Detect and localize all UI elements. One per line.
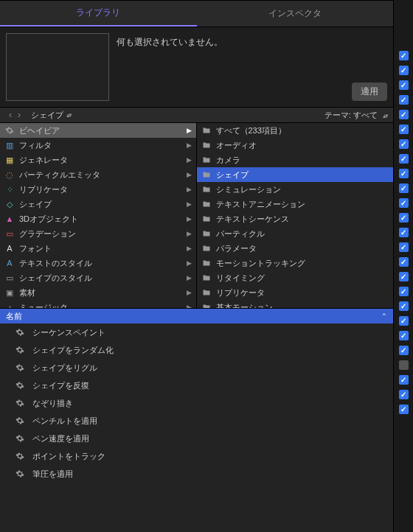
tab-library[interactable]: ライブラリ — [0, 1, 197, 27]
folder-icon — [201, 287, 212, 298]
item-label: 筆圧を適用 — [32, 469, 73, 480]
visibility-checkbox-24[interactable] — [399, 405, 409, 414]
visibility-checkbox-9[interactable] — [399, 183, 409, 193]
visibility-checkbox-7[interactable] — [399, 154, 409, 164]
item-label: ポイントをトラック — [32, 451, 105, 462]
gear-icon — [15, 380, 25, 391]
visibility-checkbox-23[interactable] — [399, 390, 409, 399]
category-row-8[interactable]: Aフォント▶ — [0, 241, 196, 256]
subcategory-row-5[interactable]: テキストアニメーション — [197, 197, 394, 211]
list-item[interactable]: 筆圧を適用 — [0, 465, 393, 483]
category-row-12[interactable]: ♪ミュージック▶ — [0, 300, 196, 308]
visibility-checkbox-20[interactable] — [399, 346, 409, 355]
theme-selector[interactable]: テーマ: すべて ▴▾ — [324, 110, 387, 121]
list-item[interactable]: ペンチルトを適用 — [0, 412, 393, 430]
subcategory-label: パーティクル — [216, 228, 265, 239]
visibility-checkbox-12[interactable] — [399, 228, 409, 237]
subcategory-row-2[interactable]: カメラ — [197, 153, 394, 167]
visibility-checkbox-4[interactable] — [399, 110, 409, 119]
subcategory-label: オーディオ — [216, 140, 257, 151]
visibility-checkbox-17[interactable] — [399, 301, 409, 311]
category-icon: ▲ — [4, 214, 15, 224]
list-item[interactable]: ポイントをトラック — [0, 447, 393, 465]
category-row-9[interactable]: Aテキストのスタイル▶ — [0, 256, 196, 270]
visibility-checkbox-22[interactable] — [399, 375, 409, 385]
list-item[interactable]: シェイプをリグル — [0, 359, 393, 377]
visibility-checkbox-21[interactable] — [399, 360, 409, 370]
gear-icon — [15, 451, 25, 461]
category-row-5[interactable]: ◇シェイプ▶ — [0, 197, 196, 211]
category-icon: ▣ — [4, 287, 15, 298]
category-label: テキストのスタイル — [19, 258, 92, 269]
visibility-checkbox-13[interactable] — [399, 242, 409, 252]
name-header-label: 名前 — [6, 311, 22, 322]
visibility-checkbox-11[interactable] — [399, 213, 409, 223]
category-row-10[interactable]: ▭シェイプのスタイル▶ — [0, 270, 196, 285]
subcategory-label: リプリケータ — [216, 287, 265, 298]
list-item[interactable]: シーケンスペイント — [0, 323, 393, 341]
subcategory-row-9[interactable]: モーショントラッキング — [197, 256, 394, 270]
visibility-checkbox-14[interactable] — [399, 257, 409, 267]
subcategory-row-0[interactable]: すべて（233項目） — [197, 123, 394, 138]
category-row-6[interactable]: ▲3Dオブジェクト▶ — [0, 211, 196, 226]
category-row-11[interactable]: ▣素材▶ — [0, 285, 196, 300]
category-row-0[interactable]: ビヘイビア▶ — [0, 123, 196, 138]
visibility-checkbox-8[interactable] — [399, 169, 409, 178]
visibility-checkbox-15[interactable] — [399, 272, 409, 281]
subcategory-row-3[interactable]: シェイプ — [197, 167, 394, 182]
visibility-checkbox-2[interactable] — [399, 80, 409, 90]
subcategory-row-12[interactable]: 基本モーション — [197, 300, 394, 308]
category-label: ジェネレータ — [19, 155, 68, 166]
category-row-4[interactable]: ⁘リプリケータ▶ — [0, 182, 196, 197]
category-icon: ◌ — [4, 169, 15, 180]
chevron-right-icon: ▶ — [187, 230, 192, 237]
chevron-right-icon: ▶ — [187, 141, 192, 149]
list-item[interactable]: なぞり描き — [0, 394, 393, 412]
chevron-right-icon: ▶ — [187, 259, 192, 267]
folder-icon — [201, 140, 212, 150]
visibility-checkbox-10[interactable] — [399, 198, 409, 208]
category-row-2[interactable]: ▦ジェネレータ▶ — [0, 153, 196, 167]
visibility-checkbox-19[interactable] — [399, 331, 409, 340]
category-label: フォント — [19, 243, 52, 254]
nav-back-icon[interactable]: ‹ — [6, 110, 15, 120]
visibility-checkbox-5[interactable] — [399, 125, 409, 134]
visibility-checkbox-6[interactable] — [399, 139, 409, 149]
list-item[interactable]: ペン速度を適用 — [0, 430, 393, 447]
visibility-checkbox-0[interactable] — [399, 51, 409, 60]
category-label: 素材 — [19, 287, 35, 298]
subcategory-row-7[interactable]: パーティクル — [197, 226, 394, 241]
tab-inspector[interactable]: インスペクタ — [197, 1, 394, 27]
gear-icon — [15, 327, 25, 337]
item-label: シェイプを反復 — [32, 380, 89, 391]
visibility-checkbox-18[interactable] — [399, 316, 409, 326]
gear-icon — [15, 345, 25, 355]
visibility-checkbox-3[interactable] — [399, 95, 409, 105]
visibility-checkbox-1[interactable] — [399, 66, 409, 75]
checkbox-sidebar — [393, 0, 413, 532]
folder-icon — [201, 243, 212, 253]
subcategory-row-11[interactable]: リプリケータ — [197, 285, 394, 300]
breadcrumb-label[interactable]: シェイプ — [31, 110, 63, 121]
subcategory-row-10[interactable]: リタイミング — [197, 270, 394, 285]
list-item[interactable]: シェイプをランダム化 — [0, 341, 393, 359]
name-column-header[interactable]: 名前 ⌃ — [0, 309, 393, 323]
subcategory-row-4[interactable]: シミュレーション — [197, 182, 394, 197]
category-icon: ⁘ — [4, 184, 15, 195]
category-label: パーティクルエミッタ — [19, 169, 100, 181]
subcategory-row-6[interactable]: テキストシーケンス — [197, 211, 394, 226]
category-row-3[interactable]: ◌パーティクルエミッタ▶ — [0, 167, 196, 182]
list-item[interactable]: シェイプを反復 — [0, 377, 393, 394]
breadcrumb-stepper-icon[interactable]: ▴▾ — [66, 111, 71, 119]
category-columns: ビヘイビア▶▥フィルタ▶▦ジェネレータ▶◌パーティクルエミッタ▶⁘リプリケータ▶… — [0, 123, 393, 309]
category-row-7[interactable]: ▭グラデーション▶ — [0, 226, 196, 241]
nav-forward-icon[interactable]: › — [15, 110, 24, 120]
folder-icon — [201, 184, 212, 195]
visibility-checkbox-16[interactable] — [399, 287, 409, 296]
preview-area: 何も選択されていません。 適用 — [0, 27, 393, 107]
folder-icon — [201, 169, 212, 180]
subcategory-row-1[interactable]: オーディオ — [197, 138, 394, 153]
category-row-1[interactable]: ▥フィルタ▶ — [0, 138, 196, 153]
subcategory-row-8[interactable]: パラメータ — [197, 241, 394, 256]
apply-button[interactable]: 適用 — [352, 83, 387, 101]
